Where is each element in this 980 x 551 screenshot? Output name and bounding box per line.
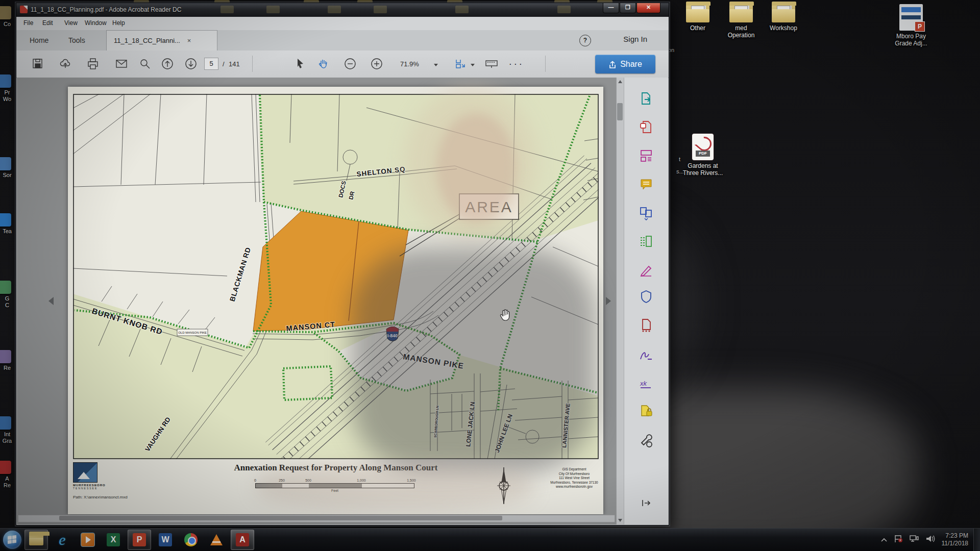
print-icon[interactable] bbox=[86, 57, 100, 71]
tool-more-tools-icon[interactable] bbox=[639, 433, 654, 448]
desktop-icon-label: Workshop bbox=[760, 24, 807, 32]
maximize-button[interactable]: ❐ bbox=[620, 3, 636, 13]
next-page-icon[interactable] bbox=[184, 57, 198, 71]
taskbar-chrome[interactable] bbox=[180, 530, 202, 549]
volume-icon[interactable] bbox=[925, 535, 936, 545]
fit-width-icon[interactable] bbox=[453, 57, 468, 71]
north-arrow-icon bbox=[493, 466, 514, 507]
tool-comment-icon[interactable] bbox=[639, 177, 654, 192]
menu-help[interactable]: Help bbox=[112, 19, 125, 27]
desktop-icon-left-8[interactable]: A Re bbox=[0, 461, 17, 489]
desktop-icon-left-6[interactable]: Re bbox=[0, 350, 17, 371]
tool-stamp-icon[interactable] bbox=[639, 403, 654, 418]
tab-document[interactable]: 11_1_18_CC_Planni...× bbox=[106, 30, 217, 51]
desktop-icon-left-4[interactable]: Tea bbox=[0, 213, 17, 235]
collapse-pane-icon[interactable] bbox=[641, 499, 652, 510]
desktop-icon-gardens-pdf[interactable]: PDF Gardens at Three Rivers... bbox=[679, 134, 726, 177]
i840-shield: I-840 bbox=[386, 327, 399, 341]
zoom-out-icon[interactable] bbox=[343, 57, 357, 71]
tool-edit-pdf-icon[interactable] bbox=[639, 148, 654, 163]
zoom-caret-icon[interactable] bbox=[434, 64, 438, 66]
search-icon[interactable] bbox=[138, 57, 152, 71]
menu-edit[interactable]: Edit bbox=[42, 19, 53, 27]
taskbar-internet-explorer[interactable]: e bbox=[51, 530, 74, 549]
tool-combine-files-icon[interactable] bbox=[639, 205, 654, 220]
taskbar-vlc[interactable] bbox=[205, 530, 228, 549]
tool-sign-pen-icon[interactable] bbox=[639, 347, 654, 362]
zoom-in-icon[interactable] bbox=[370, 57, 384, 71]
tool-compress-pdf-icon[interactable] bbox=[639, 317, 654, 333]
email-icon[interactable] bbox=[114, 57, 129, 71]
desktop-icon-other[interactable]: Other bbox=[674, 4, 721, 32]
clock[interactable]: 7:23 PM 11/1/2018 bbox=[942, 532, 969, 547]
fit-caret-icon[interactable] bbox=[471, 64, 475, 66]
pdf-viewport[interactable]: I-840 AREA OLD MANSON PIKE bbox=[17, 78, 616, 524]
taskbar-powerpoint[interactable]: P bbox=[128, 530, 151, 550]
presentation-keypad-icon[interactable] bbox=[484, 57, 498, 71]
scroll-left-icon[interactable] bbox=[48, 297, 54, 305]
tab-home[interactable]: Home bbox=[22, 30, 56, 51]
taskbar-excel[interactable]: X bbox=[102, 530, 125, 549]
tab-close-icon[interactable]: × bbox=[187, 37, 191, 44]
menu-window[interactable]: Window bbox=[85, 19, 107, 27]
desktop-icon-left-3[interactable]: Sor bbox=[0, 157, 17, 179]
window-titlebar[interactable]: 11_1_18_CC_Planning.pdf - Adobe Acrobat … bbox=[16, 3, 669, 17]
desktop-icon-left-1[interactable]: Co bbox=[0, 6, 17, 28]
desktop-icon-workshop[interactable]: Workshop bbox=[760, 4, 807, 32]
page-separator: / bbox=[223, 60, 225, 68]
desktop-icon-left-2[interactable]: Pr Wo bbox=[0, 74, 17, 103]
show-desktop-button[interactable] bbox=[973, 529, 980, 551]
tool-export-pdf-icon[interactable] bbox=[639, 91, 654, 106]
share-button[interactable]: Share bbox=[595, 55, 655, 73]
tool-fill-sign-icon[interactable] bbox=[639, 262, 654, 278]
close-button[interactable]: ✕ bbox=[636, 3, 660, 13]
hand-tool-icon[interactable] bbox=[316, 57, 331, 71]
scroll-down-icon[interactable] bbox=[618, 519, 622, 522]
previous-page-icon[interactable] bbox=[160, 57, 175, 71]
more-tools-icon[interactable]: · · · bbox=[509, 60, 522, 68]
annexation-map-graphic: I-840 AREA OLD MANSON PIKE bbox=[73, 94, 599, 459]
menu-file[interactable]: File bbox=[23, 19, 33, 27]
horizontal-scrollbar[interactable] bbox=[18, 515, 615, 522]
tray-expand-icon[interactable] bbox=[880, 535, 888, 544]
start-button[interactable] bbox=[3, 531, 21, 549]
svg-text:xk: xk bbox=[640, 380, 648, 387]
vertical-scroll-thumb[interactable] bbox=[617, 103, 623, 120]
pdf-file-icon: PDF bbox=[692, 134, 714, 160]
save-icon[interactable] bbox=[31, 57, 45, 71]
taskbar-windows-explorer[interactable] bbox=[24, 530, 48, 550]
taskbar-word[interactable]: W bbox=[154, 530, 177, 549]
vertical-scrollbar[interactable] bbox=[616, 78, 624, 524]
desktop-icon-mboro-pay[interactable]: P Mboro Pay Grade Adj... bbox=[888, 4, 935, 47]
help-icon[interactable]: ? bbox=[579, 35, 591, 46]
network-icon[interactable] bbox=[909, 535, 919, 545]
sign-in-button[interactable]: Sign In bbox=[623, 35, 647, 43]
desktop-icon-label: Gardens at Three Rivers... bbox=[680, 162, 725, 177]
tool-request-signatures-icon[interactable]: xk bbox=[639, 375, 654, 391]
scroll-up-icon[interactable] bbox=[618, 80, 622, 83]
zoom-level-value[interactable]: 71.9% bbox=[400, 60, 419, 68]
horizontal-scroll-thumb[interactable] bbox=[59, 516, 502, 520]
map-title: Annexation Request for Property Along Ma… bbox=[205, 463, 467, 473]
minimize-button[interactable]: — bbox=[603, 3, 619, 13]
taskbar: e X P W A 7:23 PM 11/1/2018 bbox=[0, 528, 980, 551]
desktop-icon-left-7[interactable]: Int Gra bbox=[0, 416, 17, 444]
action-center-flag-icon[interactable] bbox=[894, 535, 903, 545]
menu-view[interactable]: View bbox=[64, 19, 78, 27]
taskbar-acrobat-reader[interactable]: A bbox=[231, 530, 254, 550]
scale-bar: 0 250 500 1,000 1,500 Feet bbox=[255, 479, 414, 492]
desktop-icon-left-5[interactable]: G C bbox=[0, 281, 17, 309]
select-tool-icon[interactable] bbox=[293, 57, 307, 71]
explorer-icon bbox=[29, 534, 43, 545]
tool-organize-pages-icon[interactable] bbox=[639, 234, 654, 249]
page-number-input[interactable]: 5 bbox=[204, 58, 218, 70]
word-icon: W bbox=[159, 533, 172, 546]
taskbar-media-player[interactable] bbox=[77, 530, 99, 549]
tool-protect-icon[interactable] bbox=[639, 289, 654, 304]
tab-tools[interactable]: Tools bbox=[61, 30, 92, 51]
scroll-right-icon[interactable] bbox=[606, 297, 611, 305]
tool-create-pdf-icon[interactable] bbox=[639, 119, 654, 135]
cloud-upload-icon[interactable] bbox=[58, 57, 72, 71]
tools-pane: xk bbox=[624, 78, 668, 524]
desktop-icon-med-operation[interactable]: med Operation bbox=[718, 4, 765, 39]
